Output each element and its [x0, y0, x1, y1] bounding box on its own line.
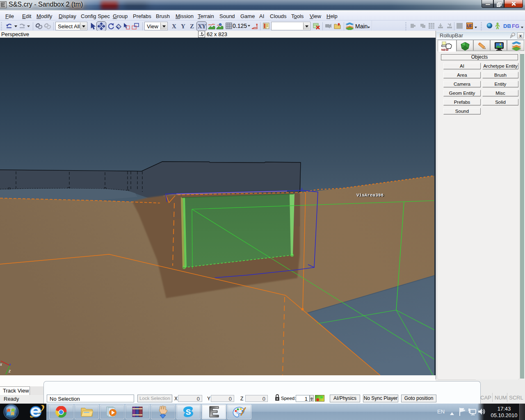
svg-text:S: S	[186, 408, 191, 416]
svg-text:VisArea396: VisArea396	[356, 193, 383, 198]
svg-text:z: z	[8, 369, 11, 373]
svg-text:NEW: NEW	[441, 48, 449, 51]
